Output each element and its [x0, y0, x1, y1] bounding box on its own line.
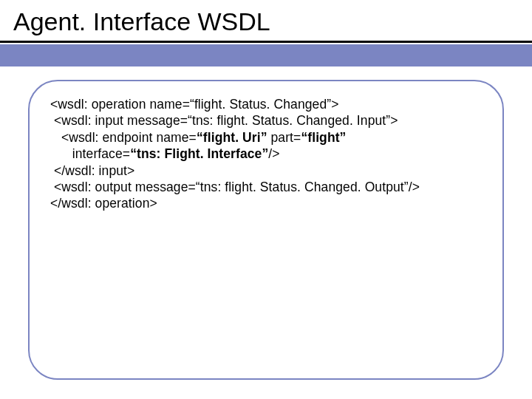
slide: Agent. Interface WSDL <wsdl: operation n… [0, 0, 532, 399]
code-block: <wsdl: operation name=“flight. Status. C… [50, 96, 482, 212]
code-line-4c: /> [268, 146, 279, 161]
code-line-4b-bold: “tns: Flight. Interface” [130, 146, 268, 161]
title-underline [0, 41, 532, 43]
code-line-2: <wsdl: input message=“tns: flight. Statu… [50, 113, 398, 128]
code-line-3c: part= [267, 130, 301, 145]
page-title: Agent. Interface WSDL [13, 7, 519, 36]
code-line-5: </wsdl: input> [50, 163, 134, 178]
code-line-3b-bold: “flight. Uri” [197, 130, 267, 145]
code-line-3d-bold: “flight” [301, 130, 346, 145]
code-line-1: <wsdl: operation name=“flight. Status. C… [50, 97, 339, 112]
accent-band [0, 44, 532, 66]
content-frame: <wsdl: operation name=“flight. Status. C… [28, 80, 504, 380]
code-line-4a: interface= [50, 146, 130, 161]
code-line-6: <wsdl: output message=“tns: flight. Stat… [50, 180, 420, 194]
code-line-3a: <wsdl: endpoint name= [50, 130, 197, 145]
header: Agent. Interface WSDL [0, 0, 532, 36]
code-line-7: </wsdl: operation> [50, 196, 157, 211]
